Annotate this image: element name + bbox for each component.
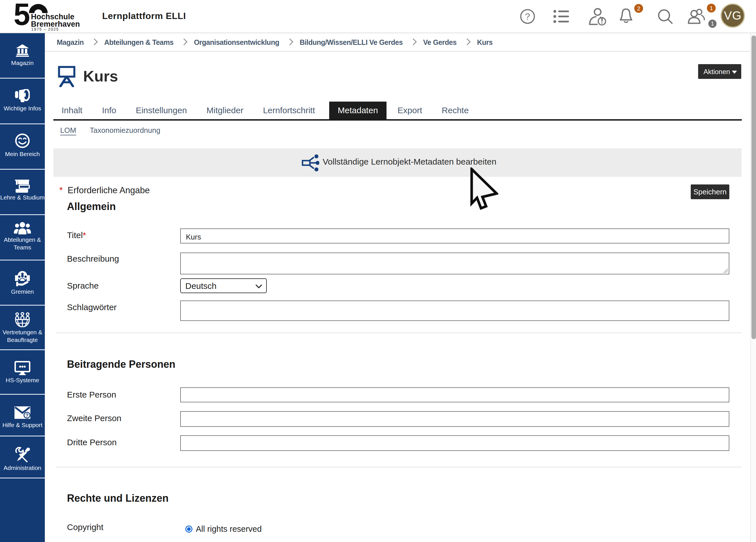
svg-text:?: ? [525,11,530,22]
svg-text:?: ? [26,413,29,418]
